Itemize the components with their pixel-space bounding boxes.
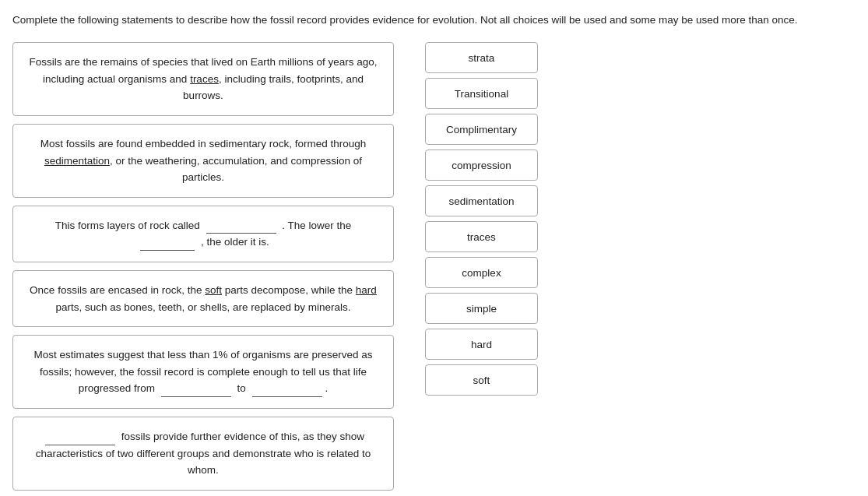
main-layout: Fossils are the remains of species that …: [12, 42, 856, 496]
choice-hard[interactable]: hard: [425, 329, 538, 360]
statement-box-6: fossils provide further evidence of this…: [12, 417, 394, 491]
blank-4: [252, 385, 322, 397]
choice-traces[interactable]: traces: [425, 221, 538, 252]
blank-5: [45, 433, 115, 445]
blank-1: [206, 221, 276, 234]
choice-simple[interactable]: simple: [425, 293, 538, 324]
choices-column: strata Transitional Complimentary compre…: [425, 42, 538, 396]
statement-box-5: Most estimates suggest that less than 1%…: [12, 335, 394, 409]
instructions: Complete the following statements to des…: [12, 12, 853, 28]
statement-box-1: Fossils are the remains of species that …: [12, 42, 394, 116]
statements-column: Fossils are the remains of species that …: [12, 42, 394, 496]
choice-sedimentation[interactable]: sedimentation: [425, 185, 538, 216]
statement-box-2: Most fossils are found embedded in sedim…: [12, 124, 394, 198]
choice-complex[interactable]: complex: [425, 257, 538, 288]
blank-2: [140, 238, 195, 251]
choice-transitional[interactable]: Transitional: [425, 78, 538, 109]
choice-complimentary[interactable]: Complimentary: [425, 114, 538, 145]
choice-soft[interactable]: soft: [425, 364, 538, 396]
blank-3: [161, 385, 231, 397]
statement-box-4: Once fossils are encased in rock, the so…: [12, 270, 394, 327]
choice-compression[interactable]: compression: [425, 150, 538, 181]
statement-box-3: This forms layers of rock called . The l…: [12, 206, 394, 262]
choice-strata[interactable]: strata: [425, 42, 538, 73]
